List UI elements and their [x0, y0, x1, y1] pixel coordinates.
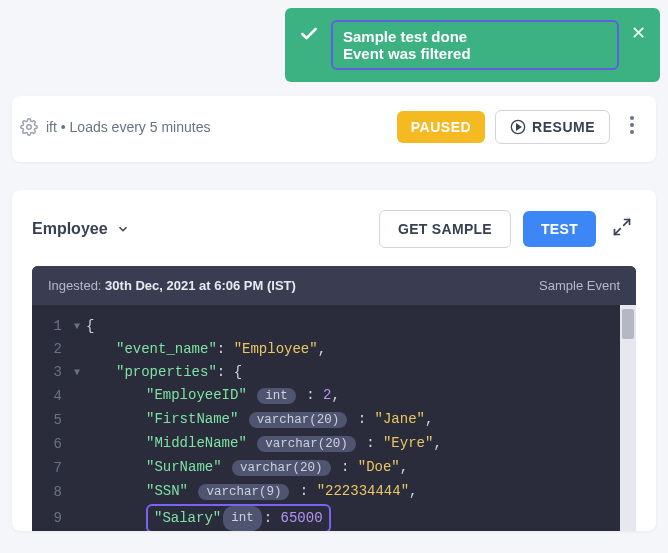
code-line: 1▼{ — [32, 315, 636, 338]
fold-icon[interactable]: ▼ — [74, 315, 86, 338]
play-circle-icon — [510, 119, 526, 135]
code-line: 2"event_name": "Employee", — [32, 338, 636, 361]
check-icon — [299, 24, 319, 48]
code-line: 9"Salary" int : 65000 — [32, 504, 636, 531]
svg-line-7 — [615, 229, 621, 235]
code-line: 8"SSN" varchar(9) : "222334444", — [32, 480, 636, 504]
sample-event-label: Sample Event — [539, 278, 620, 293]
svg-point-0 — [27, 125, 32, 130]
scrollbar[interactable]: ▲ — [620, 305, 636, 531]
fold-icon[interactable]: ▼ — [74, 361, 86, 384]
code-body[interactable]: ▲ 1▼{2"event_name": "Employee",3▼"proper… — [32, 305, 636, 531]
toast-line-1: Sample test done — [343, 28, 607, 45]
chevron-down-icon — [116, 222, 130, 236]
svg-point-5 — [630, 130, 634, 134]
svg-marker-2 — [517, 124, 521, 129]
get-sample-button[interactable]: GET SAMPLE — [379, 210, 511, 248]
more-menu-icon[interactable] — [624, 112, 640, 142]
svg-line-6 — [624, 220, 630, 226]
code-line: 4"EmployeeID" int : 2, — [32, 384, 636, 408]
event-select[interactable]: Employee — [32, 220, 130, 238]
scrollbar-thumb[interactable] — [622, 309, 634, 339]
test-button[interactable]: TEST — [523, 211, 596, 247]
expand-icon[interactable] — [608, 213, 636, 245]
code-panel: Ingested: 30th Dec, 2021 at 6:06 PM (IST… — [32, 266, 636, 531]
code-line: 3▼"properties": { — [32, 361, 636, 384]
pipeline-header: ift • Loads every 5 minutes PAUSED RESUM… — [12, 96, 656, 162]
code-line: 5"FirstName" varchar(20) : "Jane", — [32, 408, 636, 432]
code-line: 6"MiddleName" varchar(20) : "Eyre", — [32, 432, 636, 456]
event-panel: Employee GET SAMPLE TEST Ingested: 30th … — [12, 190, 656, 531]
gear-icon[interactable] — [20, 118, 38, 136]
close-icon[interactable]: ✕ — [631, 24, 646, 42]
code-header: Ingested: 30th Dec, 2021 at 6:06 PM (IST… — [32, 266, 636, 305]
toast-line-2: Event was filtered — [343, 45, 607, 62]
code-line: 7"SurName" varchar(20) : "Doe", — [32, 456, 636, 480]
resume-button[interactable]: RESUME — [495, 110, 610, 144]
svg-point-3 — [630, 116, 634, 120]
success-toast: Sample test done Event was filtered ✕ — [285, 8, 660, 82]
ingested-label: Ingested: 30th Dec, 2021 at 6:06 PM (IST… — [48, 278, 296, 293]
subtitle: ift • Loads every 5 minutes — [46, 119, 210, 135]
toast-message: Sample test done Event was filtered — [331, 20, 619, 70]
pipeline-meta: ift • Loads every 5 minutes — [20, 118, 210, 136]
svg-point-4 — [630, 123, 634, 127]
status-paused-badge: PAUSED — [397, 111, 485, 143]
